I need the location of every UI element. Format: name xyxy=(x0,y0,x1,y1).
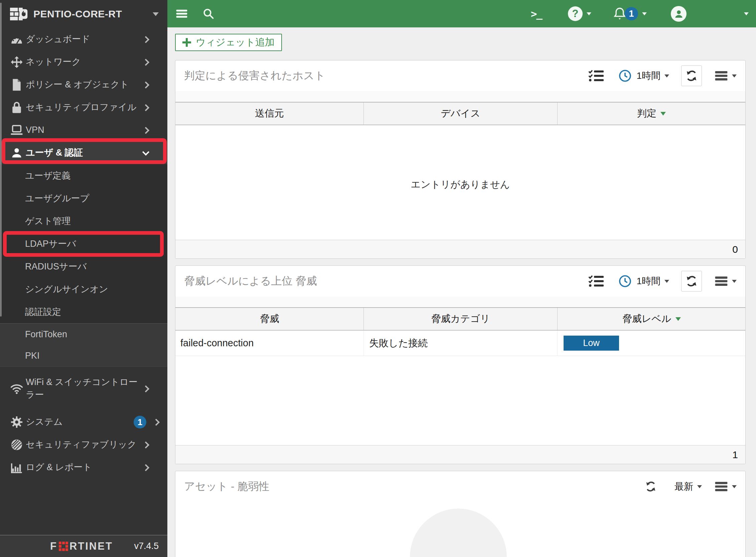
user-menu-button[interactable] xyxy=(647,6,687,22)
widget-footer: 0 xyxy=(175,240,745,259)
sidebar-item-pki[interactable]: PKI xyxy=(0,345,167,366)
sidebar-item-user-auth[interactable]: ユーザ & 認証 xyxy=(0,142,167,164)
column-header-verdict[interactable]: 判定 xyxy=(557,102,745,124)
widget-assets-vulnerabilities: アセット - 脆弱性 最新 xyxy=(175,471,746,557)
sidebar-item-policy-objects[interactable]: ポリシー & オブジェクト xyxy=(0,74,167,96)
sidebar-item-label: RADIUSサーバ xyxy=(25,261,86,272)
threat-category: 失敗した接続 xyxy=(369,336,428,350)
user-auth-submenu-group: FortiToken PKI xyxy=(0,323,167,367)
chevron-down-icon xyxy=(665,280,669,283)
sidebar-item-wifi-switch[interactable]: WiFi & スイッチコントローラー xyxy=(0,367,167,411)
chevron-right-icon xyxy=(142,385,149,392)
donut-chart-placeholder xyxy=(410,508,507,557)
sidebar-item-label: 認証設定 xyxy=(25,306,61,318)
refresh-icon xyxy=(685,275,698,287)
refresh-button[interactable] xyxy=(681,65,702,86)
chevron-down-icon xyxy=(697,485,702,488)
sidebar-item-dashboard[interactable]: ダッシュボード xyxy=(0,28,167,51)
widget-compromised-hosts: 判定による侵害されたホスト xyxy=(175,60,746,259)
sidebar-item-log-report[interactable]: ログ & レポート xyxy=(0,456,167,479)
gear-icon xyxy=(8,416,25,429)
checklist-filter-button[interactable] xyxy=(588,69,604,83)
fortinet-logo-f: F xyxy=(50,540,57,552)
system-notification-badge: 1 xyxy=(134,416,146,429)
sidebar-item-guest-management[interactable]: ゲスト管理 xyxy=(0,210,167,232)
row-count: 1 xyxy=(732,449,738,461)
sidebar-item-user-definition[interactable]: ユーザ定義 xyxy=(0,164,167,187)
column-label: 送信元 xyxy=(255,107,284,120)
sidebar-item-label: FortiToken xyxy=(25,329,67,340)
widget-menu-button[interactable] xyxy=(715,275,737,287)
chevron-down-icon xyxy=(744,12,749,16)
time-range-dropdown[interactable]: 1時間 xyxy=(618,69,669,83)
column-header-source[interactable]: 送信元 xyxy=(175,102,363,124)
cli-console-button[interactable]: >_ xyxy=(531,8,542,20)
table-row[interactable]: failed-connection 失敗した接続 Low xyxy=(175,331,745,356)
sidebar-item-single-sign-on[interactable]: シングルサインオン xyxy=(0,278,167,300)
help-icon: ? xyxy=(568,6,583,21)
chevron-right-icon xyxy=(142,36,149,43)
latest-dropdown[interactable]: 最新 xyxy=(670,480,702,493)
sidebar-item-label: WiFi & スイッチコントローラー xyxy=(26,376,143,401)
table-body: エントリがありません xyxy=(175,125,745,240)
collapse-menu-button[interactable] xyxy=(176,9,188,19)
threat-name: failed-connection xyxy=(180,338,254,349)
time-range-dropdown[interactable]: 1時間 xyxy=(618,274,669,288)
add-widget-button[interactable]: ウィジェット追加 xyxy=(175,34,282,51)
sidebar-item-label: セキュリティプロファイル xyxy=(26,101,143,114)
move-arrows-icon xyxy=(8,56,25,68)
fortinet-logo-rest: RTINET xyxy=(69,540,113,552)
sidebar-item-label: ユーザ定義 xyxy=(25,170,71,182)
fabric-globe-icon xyxy=(8,438,25,451)
sidebar-item-fortitoken[interactable]: FortiToken xyxy=(0,324,167,345)
widget-title: アセット - 脆弱性 xyxy=(184,479,642,494)
sort-descending-icon xyxy=(661,112,666,116)
sidebar-item-system[interactable]: システム 1 xyxy=(0,411,167,434)
widget-chart-area xyxy=(175,502,745,557)
threat-level-badge: Low xyxy=(564,335,619,351)
chevron-down-icon xyxy=(732,280,737,283)
search-button[interactable] xyxy=(202,8,215,20)
sidebar-item-network[interactable]: ネットワーク xyxy=(0,51,167,74)
wifi-icon xyxy=(8,383,25,395)
sidebar-item-security-profiles[interactable]: セキュリティプロファイル xyxy=(0,96,167,119)
checklist-filter-button[interactable] xyxy=(588,274,604,288)
sidebar-item-security-fabric[interactable]: セキュリティファブリック xyxy=(0,434,167,456)
firewall-logo-icon xyxy=(10,7,28,21)
column-header-threat[interactable]: 脅威 xyxy=(175,308,363,330)
sidebar-item-auth-settings[interactable]: 認証設定 xyxy=(0,300,167,323)
sidebar-item-label: ログ & レポート xyxy=(26,461,143,474)
column-header-threat-category[interactable]: 脅威カテゴリ xyxy=(363,308,557,330)
terminal-icon: >_ xyxy=(531,8,542,20)
widget-toolbar-strip xyxy=(175,91,745,102)
sidebar: PENTIO-CORE-RT ダッシュボード ネットワーク xyxy=(0,0,167,557)
hostname-label: PENTIO-CORE-RT xyxy=(33,8,153,20)
topbar-overflow-button[interactable] xyxy=(744,12,749,16)
avatar xyxy=(671,6,687,22)
widget-toolbar-strip xyxy=(175,296,745,308)
hamburger-icon xyxy=(715,275,728,287)
refresh-icon xyxy=(685,70,698,82)
refresh-button[interactable] xyxy=(681,271,702,292)
search-icon xyxy=(202,8,215,20)
notifications-button[interactable]: 1 xyxy=(613,6,647,21)
refresh-button[interactable] xyxy=(645,481,656,492)
device-selector[interactable]: PENTIO-CORE-RT xyxy=(0,0,167,28)
sort-descending-icon xyxy=(675,317,681,321)
widget-menu-button[interactable] xyxy=(715,70,737,82)
chevron-right-icon xyxy=(142,464,149,471)
sidebar-scrollbar[interactable] xyxy=(0,3,2,317)
widget-title: 脅威レベルによる上位 脅威 xyxy=(184,274,588,289)
fortinet-logo: F RTINET xyxy=(50,540,113,552)
clock-icon xyxy=(618,69,632,83)
sidebar-item-user-groups[interactable]: ユーザグループ xyxy=(0,187,167,210)
sidebar-item-ldap-servers[interactable]: LDAPサーバ xyxy=(0,232,167,255)
chevron-down-icon xyxy=(642,12,647,16)
sidebar-item-vpn[interactable]: VPN xyxy=(0,119,167,142)
column-header-device[interactable]: デバイス xyxy=(363,102,557,124)
widget-menu-button[interactable] xyxy=(715,481,737,492)
help-menu-button[interactable]: ? xyxy=(542,6,591,21)
column-header-threat-level[interactable]: 脅威レベル xyxy=(557,308,745,330)
user-auth-submenu: ユーザ定義 ユーザグループ ゲスト管理 LDAPサーバ RADIUSサーバ シン… xyxy=(0,164,167,367)
sidebar-item-radius-servers[interactable]: RADIUSサーバ xyxy=(0,255,167,278)
